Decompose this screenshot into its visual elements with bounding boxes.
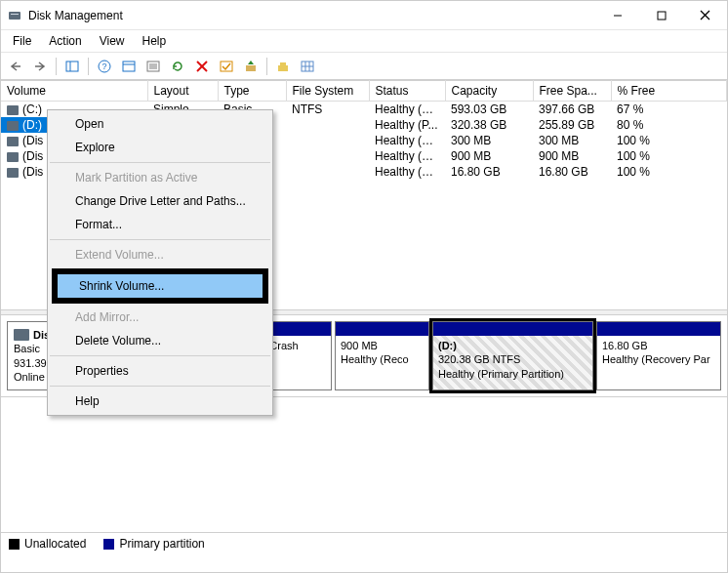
context-menu-separator <box>50 386 270 387</box>
context-menu-item[interactable]: Help <box>48 389 272 413</box>
toolbar: ? <box>1 53 727 80</box>
svg-rect-18 <box>221 61 232 71</box>
menu-view[interactable]: View <box>92 32 133 50</box>
tool-refresh[interactable] <box>167 56 188 77</box>
tool-grid[interactable] <box>297 56 318 77</box>
legend: Unallocated Primary partition <box>1 532 727 554</box>
context-menu-item[interactable]: Explore <box>48 136 272 159</box>
context-menu-item[interactable]: Properties <box>48 359 272 383</box>
partition-block[interactable]: 900 MBHealthy (Reco <box>335 321 429 390</box>
svg-rect-19 <box>246 65 256 71</box>
context-menu: OpenExploreMark Partition as ActiveChang… <box>47 109 273 416</box>
col-status[interactable]: Status <box>369 81 445 102</box>
back-button[interactable] <box>5 56 26 77</box>
svg-text:?: ? <box>101 61 106 71</box>
svg-rect-20 <box>278 65 288 71</box>
title-bar: Disk Management <box>1 1 727 30</box>
context-menu-item: Extend Volume... <box>48 243 272 266</box>
context-menu-item-shrink-volume[interactable]: Shrink Volume... <box>58 274 263 298</box>
maximize-button[interactable] <box>639 1 683 29</box>
tool-console-tree[interactable] <box>61 56 83 77</box>
tool-action-up[interactable] <box>240 56 262 77</box>
app-icon <box>7 8 22 23</box>
context-menu-item[interactable]: Delete Volume... <box>48 329 272 352</box>
close-button[interactable] <box>683 1 727 29</box>
partition-block[interactable]: (D:)320.38 GB NTFSHealthy (Primary Parti… <box>432 321 593 390</box>
legend-unallocated: Unallocated <box>9 537 86 551</box>
partition-block[interactable]: 16.80 GBHealthy (Recovery Par <box>596 321 721 390</box>
menu-action[interactable]: Action <box>41 32 89 50</box>
context-menu-item[interactable]: Open <box>48 112 272 136</box>
svg-rect-6 <box>66 61 78 71</box>
svg-rect-21 <box>280 62 286 65</box>
col-layout[interactable]: Layout <box>147 81 218 102</box>
tool-delete[interactable] <box>191 56 213 77</box>
context-menu-item: Add Mirror... <box>48 306 272 329</box>
tool-properties[interactable] <box>272 56 294 77</box>
col-filesystem[interactable]: File System <box>286 81 369 102</box>
svg-rect-10 <box>123 61 135 71</box>
svg-rect-3 <box>658 12 666 20</box>
context-menu-item[interactable]: Change Drive Letter and Paths... <box>48 189 272 213</box>
context-menu-separator <box>50 162 270 163</box>
tool-settings[interactable] <box>118 56 140 77</box>
menu-bar: File Action View Help <box>1 30 727 53</box>
menu-help[interactable]: Help <box>135 32 175 50</box>
window-title: Disk Management <box>28 9 595 22</box>
svg-rect-0 <box>9 12 20 20</box>
col-volume[interactable]: Volume <box>1 81 147 102</box>
menu-file[interactable]: File <box>5 32 39 50</box>
tool-help[interactable]: ? <box>94 56 115 77</box>
column-headers[interactable]: Volume Layout Type File System Status Ca… <box>1 81 727 102</box>
col-pctfree[interactable]: % Free <box>611 81 727 102</box>
context-menu-item[interactable]: Format... <box>48 213 272 236</box>
tool-list[interactable] <box>142 56 164 77</box>
context-menu-separator <box>50 355 270 356</box>
legend-primary: Primary partition <box>103 537 204 551</box>
col-capacity[interactable]: Capacity <box>445 81 533 102</box>
forward-button[interactable] <box>29 56 51 77</box>
tool-check[interactable] <box>216 56 237 77</box>
col-type[interactable]: Type <box>218 81 286 102</box>
context-menu-separator <box>50 239 270 240</box>
svg-rect-1 <box>11 14 19 15</box>
minimize-button[interactable] <box>595 1 639 29</box>
context-menu-item: Mark Partition as Active <box>48 166 272 189</box>
col-freespace[interactable]: Free Spa... <box>533 81 611 102</box>
